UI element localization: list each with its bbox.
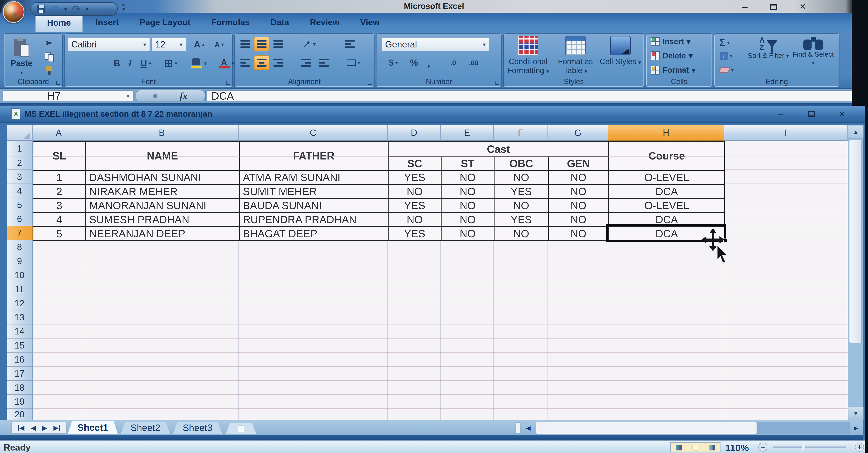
increase-indent-button[interactable] [316,56,332,69]
header-name[interactable]: NAME [86,142,240,171]
row-header-9[interactable]: 9 [7,254,33,268]
first-sheet-button[interactable]: ◀ [18,424,24,431]
clipboard-dialog-launcher-icon[interactable] [56,80,60,85]
column-header-A[interactable]: A [33,125,85,141]
undo-icon[interactable]: ↶ [51,3,59,15]
tab-view[interactable]: View [352,12,388,32]
table-cell-r3c7[interactable]: NO [549,171,609,185]
table-cell-r5c5[interactable]: NO [441,199,495,213]
workbook-minimize-button[interactable]: – [774,108,787,120]
table-cell-r5c2[interactable]: MANORANJAN SUNANI [86,199,240,213]
borders-button[interactable]: ⊞▾ [160,57,182,70]
table-cell-r6c7[interactable]: NO [549,213,609,227]
table-cell-r4c1[interactable]: 2 [33,185,86,199]
conditional-formatting-button[interactable]: Conditional Formatting ▾ [504,36,553,76]
align-left-button[interactable] [238,56,253,69]
table-cell-r4c3[interactable]: SUMIT MEHER [240,185,389,199]
row-header-4[interactable]: 4 [7,184,33,198]
zoom-slider-thumb[interactable] [802,444,805,451]
header-obc[interactable]: OBC [495,157,549,171]
fill-color-button[interactable]: ▾ [186,57,211,70]
table-cell-r3c1[interactable]: 1 [33,171,86,185]
font-family-select[interactable]: Calibri ▾ [68,37,150,51]
paste-button[interactable]: Paste ▾ [7,36,36,77]
column-header-I[interactable]: I [724,125,848,141]
find-select-button[interactable]: Find & Select ▾ [792,37,835,67]
header-cast[interactable]: Cast [389,142,609,157]
accounting-format-button[interactable]: $▾ [383,56,404,69]
table-cell-r4c4[interactable]: NO [389,185,441,199]
middle-align-button[interactable] [254,37,269,51]
table-cell-r3c4[interactable]: YES [389,171,441,185]
percent-style-button[interactable]: % [407,56,421,69]
name-box[interactable]: H7 ▾ [3,90,134,101]
row-header-2[interactable]: 2 [7,156,33,170]
table-cell-r4c5[interactable]: NO [441,185,495,199]
delete-cells-button[interactable]: Delete ▾ [651,51,692,60]
header-course[interactable]: Course [609,142,725,171]
column-header-C[interactable]: C [239,125,388,141]
zoom-out-button[interactable]: – [758,443,767,452]
hscroll-left-button[interactable]: ◀ [522,422,535,434]
font-dialog-launcher-icon[interactable] [226,80,230,85]
row-header-20[interactable]: 20 [7,409,33,420]
decrease-indent-button[interactable] [298,56,314,69]
formula-input[interactable]: DCA [207,90,852,101]
table-cell-r5c6[interactable]: NO [495,199,549,213]
header-st[interactable]: ST [441,157,495,171]
name-box-dropdown-icon[interactable]: ▾ [127,92,130,99]
sheet-body[interactable]: SLNAMEFATHERCastSCSTOBCGENCourse1DASHMOH… [33,141,848,420]
undo-dropdown-icon[interactable]: ▾ [64,6,67,12]
qat-customize-icon[interactable]: ▾ [122,4,125,12]
format-as-table-button[interactable]: Format as Table ▾ [551,36,600,76]
table-cell-r7c2[interactable]: NEERANJAN DEEP [86,227,240,241]
horizontal-scroll-track[interactable] [757,422,850,434]
merge-center-button[interactable]: ▾ [341,56,366,69]
row-header-15[interactable]: 15 [7,338,33,353]
row-header-10[interactable]: 10 [7,268,33,282]
sheet-tab-sheet3[interactable]: Sheet3 [173,422,222,434]
table-cell-r3c5[interactable]: NO [441,171,495,185]
table-cell-r6c1[interactable]: 4 [33,213,86,227]
vertical-scroll-thumb[interactable] [849,140,862,344]
scroll-down-button[interactable]: ▼ [848,407,864,420]
table-cell-r6c5[interactable]: NO [441,213,495,227]
sort-filter-button[interactable]: AZ Sort & Filter ▾ [747,37,790,60]
table-cell-r7c3[interactable]: BHAGAT DEEP [240,227,389,241]
redo-icon[interactable]: ↷ [72,3,80,15]
row-header-1[interactable]: 1 [7,141,33,156]
table-cell-r7c1[interactable]: 5 [33,227,86,241]
row-header-7[interactable]: 7 [7,226,33,240]
format-painter-button[interactable] [40,65,59,76]
copy-button[interactable] [40,51,59,63]
table-cell-r4c8[interactable]: DCA [609,185,725,199]
table-cell-r3c6[interactable]: NO [495,171,549,185]
grow-font-button[interactable]: A▴ [190,37,209,51]
save-icon[interactable] [37,5,45,13]
row-header-8[interactable]: 8 [7,240,33,254]
table-cell-r5c7[interactable]: NO [549,199,609,213]
workbook-close-button[interactable]: × [835,108,848,120]
table-cell-r7c6[interactable]: NO [495,227,549,241]
cut-button[interactable]: ✂ [40,37,59,49]
minimize-button[interactable]: – [742,1,748,12]
tab-review[interactable]: Review [302,12,348,32]
tab-data[interactable]: Data [262,12,297,32]
comma-style-button[interactable]: , [423,56,435,69]
restore-button[interactable] [770,1,777,12]
wrap-text-button[interactable] [341,37,359,51]
tab-split-handle[interactable] [516,422,521,434]
number-dialog-launcher-icon[interactable] [495,80,499,85]
header-father[interactable]: FATHER [240,142,389,171]
table-cell-r4c6[interactable]: YES [495,185,549,199]
clear-button[interactable]: ▾ [720,67,734,73]
font-size-select[interactable]: 12 ▾ [152,37,186,51]
table-cell-r3c3[interactable]: ATMA RAM SUNANI [240,171,389,185]
fill-button[interactable]: ↓ ▾ [720,52,733,60]
insert-function-icon[interactable]: fx [180,91,187,101]
top-align-button[interactable] [238,37,253,51]
row-header-11[interactable]: 11 [7,282,33,296]
row-header-14[interactable]: 14 [7,324,33,338]
sheet-tab-sheet1[interactable]: Sheet1 [68,421,118,434]
table-cell-r7c7[interactable]: NO [549,227,609,241]
